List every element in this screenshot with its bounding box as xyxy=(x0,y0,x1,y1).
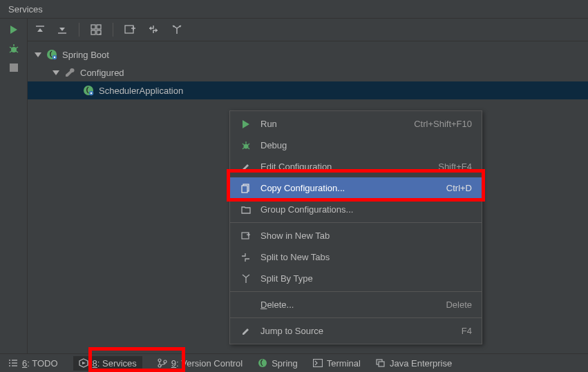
svg-rect-41 xyxy=(242,186,247,193)
svg-rect-12 xyxy=(91,25,95,29)
menu-shortcut: Shift+F4 xyxy=(438,161,472,172)
menu-separator xyxy=(230,291,482,292)
group-by-icon[interactable] xyxy=(91,24,102,35)
menu-edit-config[interactable]: Edit Configuration Shift+F4 xyxy=(230,156,482,177)
panel-title: Services xyxy=(8,4,43,14)
menu-debug[interactable]: Debug xyxy=(230,135,482,156)
menu-label: Show in New Tab xyxy=(260,231,464,241)
status-terminal[interactable]: Terminal xyxy=(313,358,361,369)
menu-run[interactable]: Run Ctrl+Shift+F10 xyxy=(230,113,482,135)
menu-shortcut: Ctrl+Shift+F10 xyxy=(414,119,472,129)
svg-marker-55 xyxy=(82,362,86,364)
svg-rect-7 xyxy=(10,63,18,72)
tree-node-springboot[interactable]: Spring Boot xyxy=(28,46,588,63)
tree-label: Spring Boot xyxy=(62,50,109,60)
services-icon xyxy=(79,358,88,368)
layers-icon xyxy=(376,359,386,367)
status-label: Terminal xyxy=(327,358,361,369)
tree-node-app[interactable]: SchedulerApplication xyxy=(28,81,588,99)
tree-node-configured[interactable]: Configured xyxy=(28,63,588,81)
svg-rect-62 xyxy=(379,362,384,366)
svg-line-3 xyxy=(10,47,12,48)
status-label: Spring xyxy=(272,358,298,369)
menu-label: Split By Type xyxy=(260,273,464,284)
svg-line-36 xyxy=(243,144,244,145)
menu-shortcut: Ctrl+D xyxy=(446,183,472,193)
chevron-down-icon[interactable] xyxy=(35,52,41,57)
toolbar-separator xyxy=(79,23,79,37)
split-type-icon[interactable] xyxy=(171,24,184,35)
svg-line-6 xyxy=(16,51,18,52)
split-type-icon xyxy=(240,274,252,284)
menu-label: Debug xyxy=(260,140,464,150)
menu-label: Group Configurations... xyxy=(260,204,464,215)
menu-copy-config[interactable]: Copy Configuration... Ctrl+D xyxy=(230,177,482,199)
status-java-enterprise[interactable]: Java Enterprise xyxy=(376,358,452,369)
panel-header: Services xyxy=(0,0,588,19)
svg-rect-60 xyxy=(313,360,322,367)
status-services[interactable]: 8: Services xyxy=(73,356,142,371)
svg-point-56 xyxy=(158,359,161,362)
status-label: 8: Services xyxy=(93,358,137,369)
svg-line-38 xyxy=(243,148,244,149)
expand-all-icon[interactable] xyxy=(35,24,46,35)
stop-icon[interactable] xyxy=(9,63,19,72)
svg-marker-20 xyxy=(149,26,151,30)
menu-jump-source[interactable]: Jump to Source F4 xyxy=(230,320,482,342)
tree-label: Configured xyxy=(80,68,124,78)
status-label: 6: TODO xyxy=(22,358,58,369)
run-icon xyxy=(240,119,252,129)
status-todo[interactable]: 6: TODO xyxy=(8,358,58,369)
copy-icon xyxy=(240,184,252,193)
status-spring[interactable]: Spring xyxy=(258,358,298,369)
svg-marker-10 xyxy=(59,28,65,31)
svg-line-5 xyxy=(10,51,12,52)
menu-split-by-type[interactable]: Split By Type xyxy=(230,268,482,289)
menu-label: Edit Configuration xyxy=(260,161,430,172)
svg-point-32 xyxy=(91,92,92,94)
svg-point-57 xyxy=(158,364,161,367)
terminal-icon xyxy=(313,359,323,367)
status-label: Java Enterprise xyxy=(390,358,452,369)
spring-boot-icon xyxy=(46,48,58,61)
svg-rect-14 xyxy=(91,30,95,35)
gutter xyxy=(0,19,28,353)
spring-icon xyxy=(258,358,267,368)
statusbar: 6: TODO 8: Services 9: Version Control S… xyxy=(0,353,588,372)
menu-show-new-tab[interactable]: Show in New Tab xyxy=(230,225,482,246)
svg-marker-9 xyxy=(37,28,43,32)
menu-shortcut: Delete xyxy=(446,300,472,310)
toolbar-separator xyxy=(113,23,113,37)
open-tab-icon[interactable] xyxy=(124,24,137,35)
svg-rect-13 xyxy=(97,25,101,29)
toolbar xyxy=(28,19,588,41)
svg-marker-21 xyxy=(155,28,158,32)
open-tab-icon xyxy=(240,231,252,241)
split-tab-icon[interactable] xyxy=(148,24,160,35)
svg-line-4 xyxy=(16,47,18,48)
debug-icon xyxy=(240,141,252,150)
chevron-down-icon[interactable] xyxy=(53,70,59,75)
menu-shortcut: F4 xyxy=(462,326,472,336)
tree-label: SchedulerApplication xyxy=(99,86,183,96)
svg-line-37 xyxy=(248,144,249,145)
menu-delete[interactable]: Delete... Delete xyxy=(230,294,482,315)
wrench-icon xyxy=(64,66,76,79)
svg-rect-42 xyxy=(242,233,249,239)
svg-point-1 xyxy=(11,47,17,52)
collapse-all-icon[interactable] xyxy=(57,24,68,35)
menu-split-new-tabs[interactable]: Split to New Tabs xyxy=(230,246,482,268)
pencil-icon xyxy=(240,162,252,172)
status-label: 9: Version Control xyxy=(171,358,243,369)
menu-label: Copy Configuration... xyxy=(260,183,438,193)
svg-point-29 xyxy=(54,57,55,58)
debug-icon[interactable] xyxy=(8,43,19,55)
menu-group-config[interactable]: Group Configurations... xyxy=(230,199,482,220)
pencil-icon xyxy=(240,326,252,336)
run-icon[interactable] xyxy=(8,24,19,35)
menu-separator xyxy=(230,317,482,318)
svg-line-47 xyxy=(246,275,249,277)
status-vcs[interactable]: 9: Version Control xyxy=(158,358,243,369)
folder-icon xyxy=(240,205,252,215)
svg-rect-17 xyxy=(125,26,133,33)
